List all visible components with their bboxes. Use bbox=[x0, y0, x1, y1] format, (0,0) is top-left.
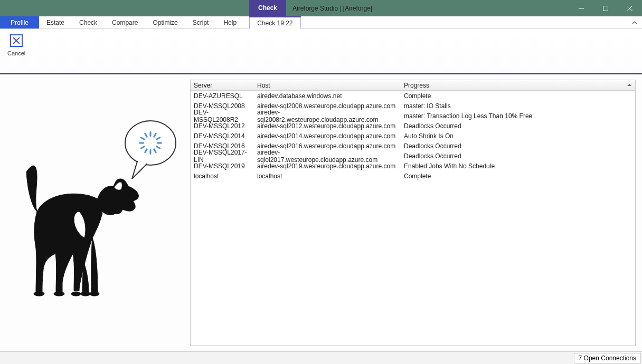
menu-estate[interactable]: Estate bbox=[39, 16, 72, 28]
sort-indicator-icon bbox=[627, 82, 632, 89]
svg-point-20 bbox=[34, 292, 44, 296]
menu-compare[interactable]: Compare bbox=[105, 16, 145, 28]
cell-host: airedev-sql2014.westeurope.cloudapp.azur… bbox=[254, 132, 401, 140]
menubar: Profile Estate Check Compare Optimize Sc… bbox=[0, 16, 642, 29]
table-row[interactable]: DEV-MSSQL2008R2airedev-sql2008r2.westeur… bbox=[191, 111, 635, 121]
table-row[interactable]: DEV-MSSQL2012airedev-sql2012.westeurope.… bbox=[191, 121, 635, 131]
cancel-button[interactable]: Cancel bbox=[4, 31, 29, 73]
open-connections-status[interactable]: 7 Open Connections bbox=[574, 353, 641, 363]
cell-progress: master: Transaction Log Less Than 10% Fr… bbox=[401, 112, 635, 120]
cell-host: airedev-sql2012.westeurope.cloudapp.azur… bbox=[254, 122, 401, 130]
statusbar: 7 Open Connections bbox=[0, 351, 642, 364]
cell-host: airedev-sql2019.westeurope.cloudapp.azur… bbox=[254, 162, 401, 170]
table-row[interactable]: DEV-MSSQL2014airedev-sql2014.westeurope.… bbox=[191, 131, 635, 141]
context-tab-check[interactable]: Check bbox=[249, 0, 286, 16]
cell-progress: Complete bbox=[401, 92, 635, 100]
menu-optimize[interactable]: Optimize bbox=[145, 16, 185, 28]
close-button[interactable] bbox=[618, 0, 642, 16]
tab-check-19-22[interactable]: Check 19:22 bbox=[249, 16, 300, 29]
cell-progress: Auto Shrink Is On bbox=[401, 132, 635, 140]
cell-progress: Deadlocks Occurred bbox=[401, 142, 635, 150]
ribbon-collapse-icon[interactable] bbox=[630, 18, 639, 27]
server-grid: Server Host Progress DEV-AZURESQLairedev… bbox=[190, 80, 636, 346]
maximize-button[interactable] bbox=[593, 0, 618, 16]
ribbon: Cancel bbox=[0, 29, 642, 74]
svg-rect-14 bbox=[150, 149, 152, 155]
svg-point-23 bbox=[81, 292, 90, 296]
cell-progress: Deadlocks Occurred bbox=[401, 122, 635, 130]
cell-host: airedev-sqlol2017.westeurope.cloudapp.az… bbox=[254, 149, 401, 164]
cancel-icon bbox=[8, 32, 25, 49]
table-row[interactable]: DEV-MSSQL2019airedev-sql2019.westeurope.… bbox=[191, 161, 635, 171]
cell-progress: master: IO Stalls bbox=[401, 102, 635, 110]
col-header-host[interactable]: Host bbox=[254, 82, 401, 89]
cell-progress: Enabled Jobs With No Schedule bbox=[401, 162, 635, 170]
svg-rect-1 bbox=[603, 6, 608, 11]
col-header-progress[interactable]: Progress bbox=[401, 82, 635, 89]
cell-server: localhost bbox=[191, 173, 254, 180]
cell-server: DEV-MSSQL2019 bbox=[191, 162, 254, 170]
main-pane: Server Host Progress DEV-AZURESQLairedev… bbox=[0, 74, 642, 351]
cell-host: localhost bbox=[254, 173, 401, 180]
cell-server: DEV-MSSQL2014 bbox=[191, 132, 254, 140]
svg-rect-17 bbox=[139, 142, 144, 144]
table-row[interactable]: localhostlocalhostComplete bbox=[191, 171, 635, 181]
menu-help[interactable]: Help bbox=[216, 16, 244, 28]
cell-server: DEV-AZURESQL bbox=[191, 92, 254, 100]
col-header-server[interactable]: Server bbox=[191, 82, 254, 89]
dog-illustration bbox=[5, 148, 143, 317]
table-row[interactable]: DEV-MSSQL2017-LINairedev-sqlol2017.weste… bbox=[191, 151, 635, 161]
svg-rect-8 bbox=[150, 131, 152, 137]
grid-body[interactable]: DEV-AZURESQLairedev.database.windows.net… bbox=[191, 91, 635, 346]
illustration-panel bbox=[0, 74, 190, 351]
svg-rect-11 bbox=[157, 142, 162, 144]
svg-point-22 bbox=[71, 292, 81, 296]
app-title: Aireforge Studio | [Aireforge] bbox=[286, 5, 372, 12]
grid-header: Server Host Progress bbox=[191, 80, 635, 91]
cell-host: airedev-sql2008r2.westeurope.cloudapp.az… bbox=[254, 109, 401, 123]
cell-host: airedev.database.windows.net bbox=[254, 92, 401, 100]
cell-progress: Deadlocks Occurred bbox=[401, 152, 635, 160]
cell-server: DEV-MSSQL2017-LIN bbox=[191, 149, 254, 164]
menu-profile[interactable]: Profile bbox=[0, 16, 39, 28]
titlebar: Check Aireforge Studio | [Aireforge] bbox=[0, 0, 642, 16]
cell-server: DEV-MSSQL2012 bbox=[191, 122, 254, 130]
minimize-button[interactable] bbox=[569, 0, 593, 16]
cancel-label: Cancel bbox=[7, 50, 25, 56]
cell-progress: Complete bbox=[401, 173, 635, 180]
menu-check[interactable]: Check bbox=[72, 16, 105, 28]
cell-server: DEV-MSSQL2008R2 bbox=[191, 109, 254, 123]
table-row[interactable]: DEV-AZURESQLairedev.database.windows.net… bbox=[191, 91, 635, 101]
menu-script[interactable]: Script bbox=[185, 16, 216, 28]
svg-point-24 bbox=[90, 292, 99, 296]
svg-point-21 bbox=[54, 292, 64, 296]
